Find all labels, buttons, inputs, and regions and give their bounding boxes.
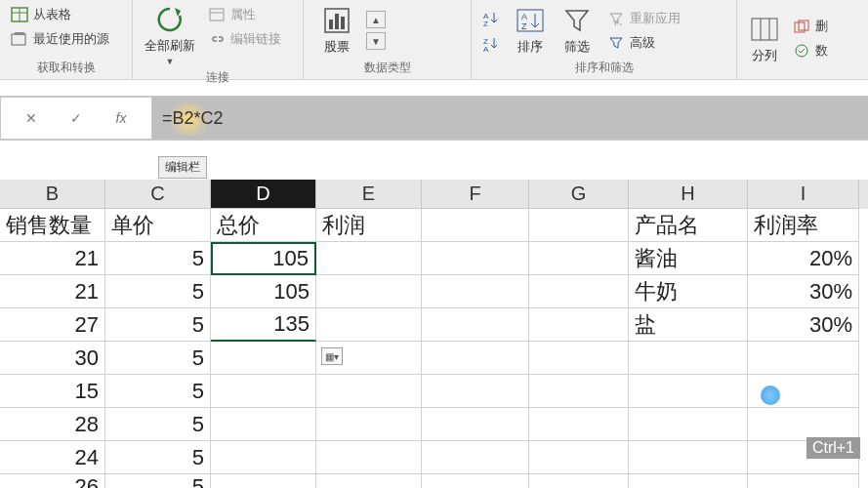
edit-links-button[interactable]: 编辑链接 (205, 28, 283, 50)
header-cell[interactable]: 利润 (316, 209, 422, 242)
cell[interactable] (316, 275, 422, 308)
cell[interactable]: 30 (0, 342, 105, 375)
sort-button[interactable]: AZ 排序 (511, 3, 550, 58)
cell[interactable]: 5 (105, 242, 211, 275)
cell[interactable] (629, 441, 748, 474)
cell[interactable]: 30% (748, 275, 859, 308)
properties-button[interactable]: 属性 (205, 4, 283, 25)
cell[interactable]: ▦▾ (316, 342, 422, 375)
cancel-icon[interactable]: ✕ (22, 110, 40, 126)
col-header-D[interactable]: D (211, 180, 316, 209)
cell[interactable] (748, 408, 859, 441)
reapply-button[interactable]: 重新应用 (604, 8, 682, 29)
validate-button[interactable]: 数 (790, 40, 830, 61)
col-header-F[interactable]: F (422, 180, 529, 209)
cell[interactable] (629, 474, 748, 488)
cell[interactable] (629, 342, 748, 375)
cell[interactable] (629, 375, 748, 408)
cell[interactable]: 28 (0, 408, 105, 441)
scroll-up-button[interactable]: ▲ (366, 11, 386, 28)
cell[interactable]: 5 (105, 474, 211, 488)
cell[interactable] (529, 408, 629, 441)
cell[interactable]: 27 (0, 308, 105, 342)
col-header-C[interactable]: C (105, 180, 211, 209)
cell[interactable]: 5 (105, 342, 211, 375)
cell[interactable]: 24 (0, 441, 105, 474)
cell[interactable]: 酱油 (629, 242, 748, 275)
cell[interactable]: 盐 (629, 308, 748, 342)
cell[interactable] (211, 474, 316, 488)
cell[interactable]: 5 (105, 275, 211, 308)
cell[interactable] (422, 308, 529, 342)
cell[interactable] (529, 342, 629, 375)
recent-sources-button[interactable]: 最近使用的源 (8, 28, 111, 50)
header-cell[interactable]: 单价 (105, 209, 211, 242)
text-to-columns-button[interactable]: 分列 (745, 12, 784, 66)
cell[interactable] (422, 242, 529, 275)
cell[interactable] (529, 375, 629, 408)
cell[interactable]: 20% (748, 242, 859, 275)
stocks-button[interactable]: 股票 (317, 3, 356, 58)
cell[interactable] (316, 441, 422, 474)
cell[interactable]: 21 (0, 275, 105, 308)
col-header-B[interactable]: B (0, 180, 105, 209)
cell[interactable] (529, 308, 629, 342)
sort-asc-button[interactable]: AZ (479, 8, 503, 29)
cell[interactable]: 5 (105, 441, 211, 474)
cell[interactable]: 21 (0, 242, 105, 275)
cell[interactable] (422, 408, 529, 441)
cell[interactable] (529, 275, 629, 308)
cell[interactable] (316, 375, 422, 408)
header-cell[interactable]: 销售数量 (0, 209, 105, 242)
cell[interactable]: 15 (0, 375, 105, 408)
cell[interactable]: 5 (105, 308, 211, 342)
name-box[interactable]: ✕ ✓ fx (0, 97, 152, 140)
cell[interactable] (422, 441, 529, 474)
cell[interactable] (422, 209, 529, 242)
cell[interactable] (211, 375, 316, 408)
cell[interactable] (422, 375, 529, 408)
cell[interactable] (211, 342, 316, 375)
formula-input[interactable]: =B2*C2 (152, 97, 868, 140)
remove-dup-button[interactable]: 删 (790, 16, 830, 37)
advanced-button[interactable]: 高级 (604, 32, 682, 54)
active-cell[interactable]: 105 (211, 242, 316, 275)
sort-desc-button[interactable]: ZA (479, 33, 503, 55)
col-header-H[interactable]: H (629, 180, 748, 209)
cell[interactable]: 26 (0, 474, 105, 488)
autofill-options-button[interactable]: ▦▾ (321, 347, 343, 365)
cell[interactable] (211, 408, 316, 441)
cell[interactable] (422, 342, 529, 375)
cell[interactable] (529, 474, 629, 488)
refresh-all-button[interactable]: 全部刷新 ▼ (141, 2, 199, 68)
header-cell[interactable]: 产品名 (629, 209, 748, 242)
cell[interactable] (422, 474, 529, 488)
cell[interactable] (211, 441, 316, 474)
cell[interactable]: 105 (211, 275, 316, 308)
cell[interactable] (529, 441, 629, 474)
cell[interactable]: 5 (105, 408, 211, 441)
cell[interactable] (422, 275, 529, 308)
cell[interactable] (316, 308, 422, 342)
enter-icon[interactable]: ✓ (67, 110, 85, 126)
cell[interactable] (529, 209, 629, 242)
cell[interactable] (316, 242, 422, 275)
filter-button[interactable]: 筛选 (558, 3, 597, 58)
cell[interactable]: 5 (105, 375, 211, 408)
col-header-I[interactable]: I (748, 180, 859, 209)
header-cell[interactable]: 总价 (211, 209, 316, 242)
cell[interactable] (748, 474, 859, 488)
col-header-E[interactable]: E (316, 180, 422, 209)
cell[interactable] (529, 242, 629, 275)
cell[interactable] (316, 474, 422, 488)
col-header-G[interactable]: G (529, 180, 629, 209)
scroll-down-button[interactable]: ▼ (366, 32, 386, 50)
cell[interactable] (629, 408, 748, 441)
cell[interactable]: 30% (748, 308, 859, 342)
cell[interactable] (748, 342, 859, 375)
cell[interactable]: 牛奶 (629, 275, 748, 308)
header-cell[interactable]: 利润率 (748, 209, 859, 242)
from-table-button[interactable]: 从表格 (8, 4, 73, 25)
fx-icon[interactable]: fx (112, 110, 130, 126)
cell[interactable]: 135 (211, 308, 316, 342)
